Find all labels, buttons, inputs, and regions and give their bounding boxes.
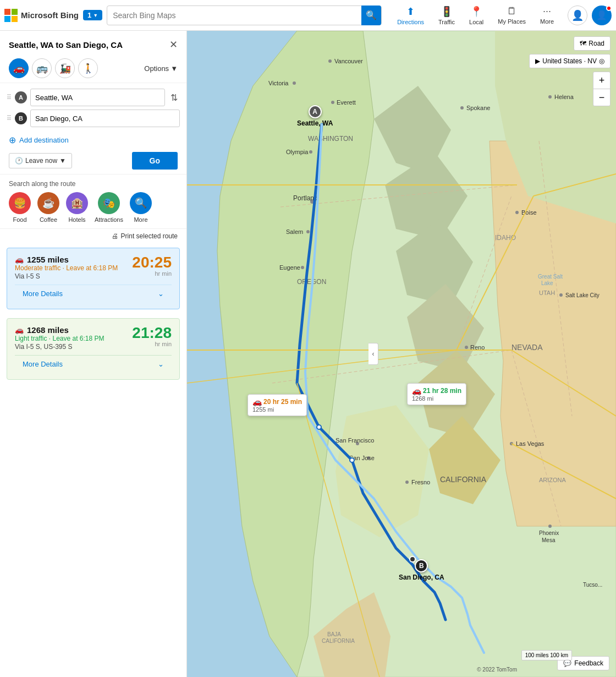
zoom-controls: + − [593,72,610,106]
route-1-more-details[interactable]: More Details ⌄ [15,285,172,302]
svg-text:BAJA: BAJA [327,631,341,637]
main-layout: Seattle, WA to San Diego, CA ✕ 🚗 🚌 🚂 🚶 O… [0,31,616,677]
route-2-time-block: 21:28 hr min [132,325,172,347]
sidebar-collapse-button[interactable]: ‹ [369,343,378,365]
tab-chevron-icon: ▼ [93,13,98,18]
svg-text:Mesa: Mesa [542,537,556,543]
avatar-button[interactable]: 👤 [592,6,612,25]
svg-point-53 [465,346,468,349]
route-2-time: 21:28 [132,325,172,341]
options-button[interactable]: Options ▼ [144,64,178,73]
scale-bar: 100 miles 100 km [521,650,572,660]
transport-transit-button[interactable]: 🚌 [32,58,52,78]
transport-drive-button[interactable]: 🚗 [9,58,29,78]
nav-item-myplaces[interactable]: 🗒 My Places [491,3,532,27]
print-row[interactable]: 🖨 Print selected route [0,228,186,243]
svg-text:Great Salt: Great Salt [538,274,563,280]
svg-point-29 [328,59,332,63]
nav-item-more[interactable]: ··· More [534,3,560,27]
swap-waypoints-button[interactable]: ⇅ [168,92,180,103]
route-2-car-row: 🚗 1268 miles [15,325,105,335]
search-input[interactable] [113,11,361,20]
myplaces-icon: 🗒 [507,6,517,17]
poi-attractions[interactable]: 🎭 Attractions [95,192,123,223]
route-bubble-2-miles: 1268 mi [412,395,461,402]
nav-item-traffic[interactable]: 🚦 Traffic [432,3,461,28]
add-destination-row[interactable]: ⊕ Add destination [0,133,186,148]
nav-item-local[interactable]: 📍 Local [463,3,490,28]
svg-text:Victoria: Victoria [268,80,289,86]
poi-more[interactable]: 🔍 More [130,192,152,223]
route-bubble-2-time: 21 hr 28 min [423,387,461,395]
region-button[interactable]: ▶ United States · NV ◎ [529,54,610,68]
svg-text:Las Vegas: Las Vegas [516,440,544,447]
poi-hotels[interactable]: 🏨 Hotels [66,192,88,223]
go-button[interactable]: Go [132,152,178,170]
svg-text:Eugene: Eugene [279,264,300,271]
road-view-button[interactable]: 🗺 Road [574,36,610,51]
svg-rect-0 [4,9,10,15]
poi-food[interactable]: 🍔 Food [9,192,31,223]
route-2-more-details[interactable]: More Details ⌄ [15,355,172,373]
clock-icon: 🕐 [15,157,23,165]
svg-point-77 [317,425,321,429]
svg-point-78 [350,458,354,462]
nav-right: 👤 👤 [568,6,612,25]
svg-rect-1 [12,9,18,15]
svg-point-35 [309,150,312,154]
notification-dot [606,6,612,11]
marker-seattle: A Seattle, WA [297,105,333,127]
tab-counter[interactable]: 1 ▼ [83,10,102,20]
poi-more-icon: 🔍 [130,192,152,214]
route-bubble-1[interactable]: 🚗 20 hr 25 min 1255 mi [248,394,307,416]
poi-coffee[interactable]: ☕ Coffee [37,192,59,223]
waypoint-a-marker: A [15,91,27,103]
zoom-out-button[interactable]: − [593,89,610,106]
route-bubble-2[interactable]: 🚗 21 hr 28 min 1268 mi [407,383,466,405]
destination-row: ⠿ B [7,110,180,127]
map-area[interactable]: WASHINGTON OREGON IDAHO NEVADA CALIFORNI… [187,31,616,677]
svg-text:UTAH: UTAH [539,290,555,296]
bubble-car-icon-2: 🚗 [412,386,421,395]
map-overlay-top-right: 🗺 Road ▶ United States · NV ◎ + − [529,36,610,106]
svg-rect-2 [4,16,10,22]
close-sidebar-button[interactable]: ✕ [169,39,178,51]
transport-train-button[interactable]: 🚂 [55,58,75,78]
sign-in-button[interactable]: 👤 [568,6,587,25]
svg-text:Lake: Lake [541,280,553,286]
car-icon-2: 🚗 [15,326,24,334]
bing-logo-icon [4,9,18,22]
origin-input[interactable] [30,89,165,106]
svg-point-31 [293,81,296,85]
svg-text:Salt Lake City: Salt Lake City [565,292,600,298]
route-bubble-1-time: 20 hr 25 min [263,398,302,406]
leave-now-button[interactable]: 🕐 Leave now ▼ [9,153,72,168]
local-icon: 📍 [470,6,482,18]
svg-point-41 [301,266,304,269]
nav-item-directions[interactable]: ⬆ Directions [391,3,431,28]
svg-text:Salem: Salem [286,228,303,235]
marker-san-diego: B San Diego, CA [399,559,444,581]
route-card-2[interactable]: 🚗 1268 miles Light traffic · Leave at 6:… [7,318,180,380]
svg-text:Olympia: Olympia [286,149,309,155]
zoom-in-button[interactable]: + [593,72,610,89]
location-icon: ◎ [599,57,604,65]
marker-a-dot: A [309,105,322,118]
transport-walk-button[interactable]: 🚶 [78,58,98,78]
poi-row: 🍔 Food ☕ Coffee 🏨 Hotels 🎭 Attractions 🔍 [9,192,178,223]
search-along-route: Search along the route 🍔 Food ☕ Coffee 🏨… [0,174,186,228]
marker-b-label: San Diego, CA [399,574,444,581]
bubble-car-icon-1: 🚗 [252,397,262,406]
route-card-1[interactable]: 🚗 1255 miles Moderate traffic · Leave at… [7,248,180,309]
svg-text:Spokane: Spokane [466,105,490,111]
print-icon: 🖨 [112,232,118,240]
traffic-icon: 🚦 [441,6,453,18]
directions-icon: ⬆ [406,6,415,18]
route-1-header: 🚗 1255 miles Moderate traffic · Leave at… [15,255,172,280]
search-button[interactable]: 🔍 [361,6,381,25]
bing-logo: Microsoft Bing [4,9,79,22]
region-arrow-icon: ▶ [535,57,540,65]
svg-point-51 [559,293,563,297]
destination-input[interactable] [30,110,180,127]
car-icon-1: 🚗 [15,255,24,264]
